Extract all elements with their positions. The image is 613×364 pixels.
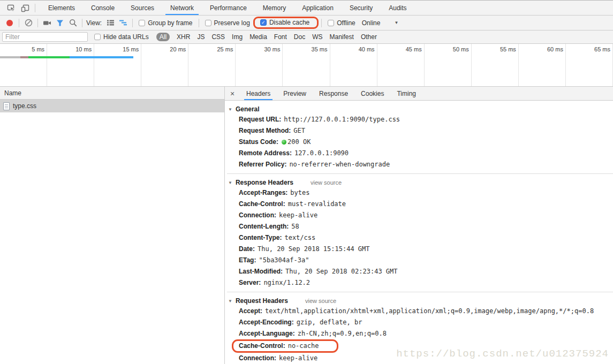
type-filter[interactable]: XHR — [177, 33, 190, 41]
view-source-link[interactable]: view source — [311, 179, 342, 186]
timeline-tick: 10 ms — [47, 44, 94, 86]
network-overview[interactable]: 5 ms 10 ms 15 ms 20 ms 25 ms 30 ms 35 ms… — [0, 44, 613, 87]
type-filter[interactable]: Doc — [294, 33, 305, 41]
tab-network[interactable]: Network — [162, 1, 202, 15]
tab-elements[interactable]: Elements — [40, 1, 83, 15]
type-filter[interactable]: Font — [274, 33, 287, 41]
type-filter[interactable]: WS — [312, 33, 322, 41]
headers-section: ▼ Request Headers view source Accept:tex… — [227, 292, 613, 364]
header-key: Remote Address: — [239, 149, 292, 157]
tab-performance[interactable]: Performance — [202, 1, 255, 15]
headers-content: ▼ General Request URL:http://127.0.0.1:9… — [225, 101, 613, 364]
header-value: nginx/1.12.2 — [263, 279, 310, 286]
timeline-ticks: 5 ms 10 ms 15 ms 20 ms 25 ms 30 ms 35 ms… — [0, 44, 613, 86]
record-button[interactable] — [3, 17, 16, 29]
section-title[interactable]: Request Headers — [236, 297, 288, 305]
tab-security[interactable]: Security — [342, 1, 381, 15]
header-key: Content-Type: — [239, 234, 282, 241]
header-value: text/html,application/xhtml+xml,applicat… — [265, 307, 594, 315]
view-source-link[interactable]: view source — [305, 298, 336, 304]
tab-console[interactable]: Console — [83, 1, 123, 15]
tab-timing[interactable]: Timing — [390, 87, 422, 100]
divider — [321, 19, 322, 27]
timeline-tick: 20 ms — [141, 44, 188, 86]
disable-cache-highlight-ring: ✓ Disable cache — [253, 17, 319, 29]
header-row: Server:nginx/1.12.2 — [239, 277, 613, 289]
tab-application[interactable]: Application — [294, 1, 342, 15]
inspect-element-icon[interactable] — [4, 2, 18, 14]
header-value: 58 — [291, 223, 299, 230]
devtools-window: Elements Console Sources Network Perform… — [0, 0, 613, 364]
header-value: "5ba304af-3a" — [259, 256, 309, 264]
request-row-type-css[interactable]: type.css — [0, 100, 224, 112]
header-row: Connection:keep-alive — [239, 210, 613, 221]
tab-cookies[interactable]: Cookies — [354, 87, 390, 100]
capture-screenshots-icon[interactable] — [41, 17, 54, 29]
type-filter[interactable]: Img — [232, 33, 243, 41]
type-filter[interactable]: Manifest — [330, 33, 354, 41]
offline-checkbox[interactable]: Offline — [324, 19, 358, 27]
group-by-frame-checkbox[interactable]: Group by frame — [135, 19, 195, 27]
device-toolbar-icon[interactable] — [18, 2, 32, 14]
tab-headers[interactable]: Headers — [240, 87, 277, 100]
header-row: Status Code:200 OK — [239, 136, 613, 148]
header-value: Thu, 20 Sep 2018 15:15:44 GMT — [258, 245, 370, 253]
chevron-down-icon: ▼ — [394, 20, 398, 25]
header-row: Content-Type:text/css — [239, 232, 613, 244]
disable-cache-checkbox[interactable]: ✓ Disable cache — [257, 19, 313, 26]
waterfall-segment — [20, 56, 28, 58]
waterfall-segment — [70, 56, 133, 58]
section-title[interactable]: Response Headers — [236, 179, 293, 186]
header-row: Content-Length:58 — [239, 221, 613, 232]
section-rows: Request URL:http://127.0.0.1:9090/type.c… — [227, 114, 613, 170]
details-tab-bar: × Headers Preview Response Cookies Timin… — [225, 87, 613, 101]
close-icon[interactable]: × — [225, 87, 240, 100]
name-column-header[interactable]: Name — [0, 87, 224, 100]
headers-section: ▼ General Request URL:http://127.0.0.1:9… — [227, 101, 613, 173]
divider — [37, 19, 38, 27]
header-row: Last-Modified:Thu, 20 Sep 2018 02:23:43 … — [239, 266, 613, 277]
type-filter[interactable]: Other — [361, 33, 377, 41]
list-view-icon[interactable] — [104, 17, 117, 29]
tab-preview[interactable]: Preview — [277, 87, 313, 100]
collapse-arrow-icon[interactable]: ▼ — [228, 299, 232, 304]
header-row: Cache-Control:must-revalidate — [239, 199, 613, 210]
waterfall-view-icon[interactable] — [117, 17, 130, 29]
filter-input[interactable] — [2, 32, 88, 42]
tab-memory[interactable]: Memory — [255, 1, 294, 15]
header-value: gzip, deflate, br — [297, 318, 362, 326]
preserve-log-checkbox[interactable]: Preserve log — [202, 19, 253, 27]
collapse-arrow-icon[interactable]: ▼ — [228, 107, 232, 112]
divider — [82, 19, 82, 27]
tab-audits[interactable]: Audits — [381, 1, 414, 15]
throttling-value: Online — [362, 19, 381, 27]
disable-cache-label: Disable cache — [269, 19, 309, 26]
tab-response[interactable]: Response — [313, 87, 354, 100]
header-value: http://127.0.0.1:9090/type.css — [284, 116, 400, 123]
section-title[interactable]: General — [236, 105, 260, 113]
status-green-dot — [282, 140, 286, 145]
hide-data-urls-label: Hide data URLs — [103, 33, 149, 41]
tab-sources[interactable]: Sources — [123, 1, 162, 15]
header-value: Thu, 20 Sep 2018 02:23:43 GMT — [285, 268, 398, 275]
header-key: Connection: — [239, 211, 276, 219]
clear-icon[interactable] — [22, 17, 35, 29]
waterfall-segment — [0, 56, 20, 58]
devtools-corner-icons — [0, 1, 40, 15]
divider — [35, 4, 35, 12]
throttling-dropdown[interactable]: Online ▼ — [359, 19, 402, 27]
header-row: ETag:"5ba304af-3a" — [239, 255, 613, 266]
group-by-frame-label: Group by frame — [148, 19, 192, 27]
header-row: Accept-Ranges:bytes — [239, 187, 613, 199]
type-filter[interactable]: CSS — [211, 33, 225, 41]
timeline-tick: 45 ms — [377, 44, 425, 86]
collapse-arrow-icon[interactable]: ▼ — [228, 180, 232, 185]
type-filter[interactable]: All — [156, 33, 170, 41]
filter-funnel-icon[interactable] — [54, 17, 66, 29]
request-details-pane: × Headers Preview Response Cookies Timin… — [225, 87, 613, 364]
header-key: Content-Length: — [239, 223, 289, 230]
search-icon[interactable] — [66, 17, 79, 29]
type-filter[interactable]: Media — [249, 33, 267, 41]
hide-data-urls-checkbox[interactable]: Hide data URLs — [91, 33, 152, 41]
type-filter[interactable]: JS — [197, 33, 205, 41]
